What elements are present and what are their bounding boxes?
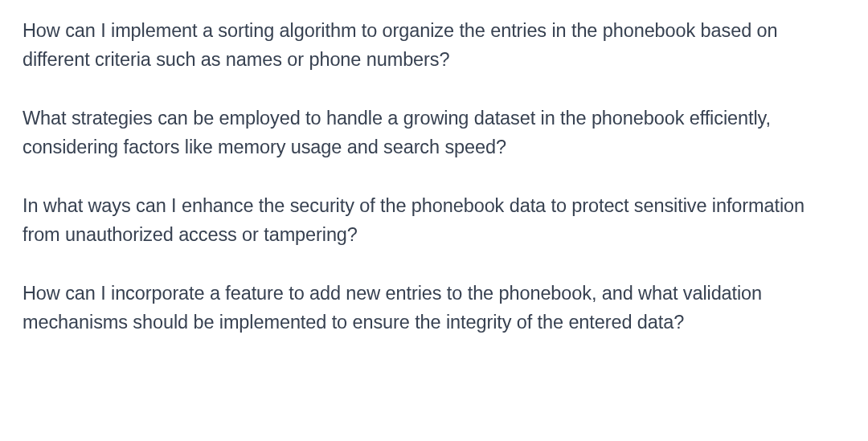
document-body: How can I implement a sorting algorithm … bbox=[0, 0, 868, 353]
paragraph-scaling: What strategies can be employed to handl… bbox=[23, 104, 845, 162]
paragraph-security: In what ways can I enhance the security … bbox=[23, 191, 845, 250]
paragraph-sorting: How can I implement a sorting algorithm … bbox=[23, 16, 845, 75]
paragraph-add-entry: How can I incorporate a feature to add n… bbox=[23, 279, 845, 337]
